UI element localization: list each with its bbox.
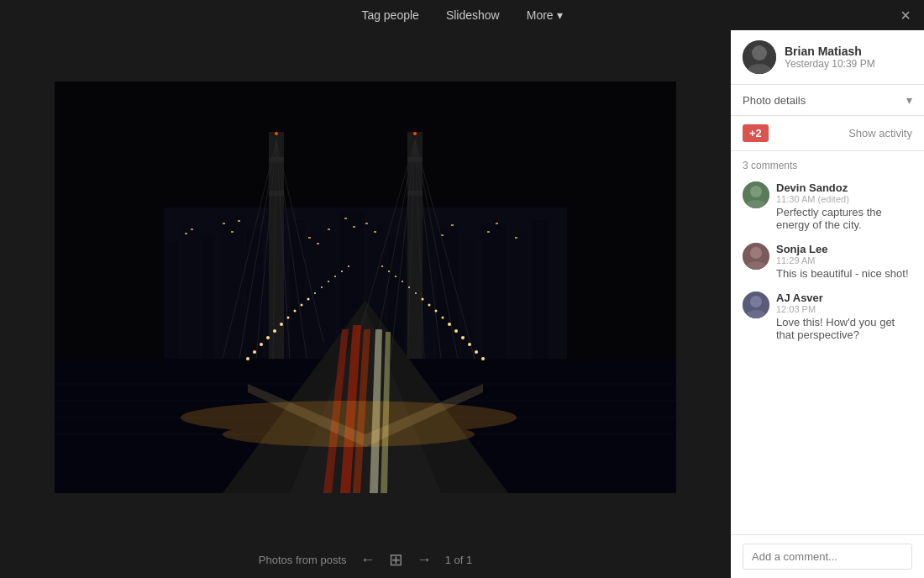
svg-rect-4 [202,237,214,359]
comment-time: 11:29 AM [776,255,909,265]
svg-rect-16 [481,224,507,359]
svg-point-89 [468,343,471,346]
post-time: Yesterday 10:39 PM [785,58,875,70]
commenter-avatar [743,243,769,270]
like-badge[interactable]: +2 [743,124,769,142]
svg-point-73 [260,343,263,346]
svg-point-97 [415,292,417,294]
svg-point-78 [294,310,297,313]
svg-rect-2 [164,241,179,359]
svg-point-115 [750,247,762,259]
comment-item: Devin Sandoz 11:30 AM (edited) Perfectly… [743,181,912,231]
comment-text: Love this! How'd you get that perspectiv… [776,316,912,341]
svg-rect-14 [437,229,458,359]
add-comment-area [731,534,924,578]
svg-rect-30 [374,231,376,233]
svg-point-118 [750,296,762,307]
svg-point-92 [448,323,451,326]
close-button[interactable]: × [900,7,911,24]
comment-body: AJ Asver 12:03 PM Love this! How'd you g… [776,292,912,341]
svg-point-100 [395,276,396,277]
svg-rect-37 [515,237,517,239]
tag-people-link[interactable]: Tag people [361,8,419,22]
svg-point-82 [321,286,323,288]
svg-point-79 [301,304,303,307]
top-bar: Tag people Slideshow More ▾ × [0,0,924,30]
reactions-row: +2 Show activity [731,116,924,151]
svg-point-77 [287,317,290,319]
photo-counter: 1 of 1 [445,554,473,566]
svg-rect-27 [344,218,347,219]
svg-rect-6 [246,229,263,359]
svg-point-87 [481,357,485,360]
svg-point-86 [348,265,349,267]
svg-rect-17 [510,233,528,359]
svg-point-93 [442,317,444,319]
svg-point-80 [307,298,310,301]
svg-point-102 [381,265,383,267]
user-info: Brian Matiash Yesterday 10:39 PM [785,45,875,70]
main-content: Photos from posts ← ⊞ → 1 of 1 Brian Mat… [0,30,924,578]
show-activity-button[interactable]: Show activity [848,127,912,139]
photo-navigation: Photos from posts ← ⊞ → 1 of 1 [0,549,731,570]
svg-point-72 [253,350,256,354]
svg-rect-26 [328,229,330,230]
photo-area: Photos from posts ← ⊞ → 1 of 1 [0,30,731,578]
svg-point-95 [428,304,431,307]
svg-rect-36 [496,223,498,224]
comment-body: Devin Sandoz 11:30 AM (edited) Perfectly… [776,181,912,231]
svg-point-94 [435,310,438,313]
svg-point-96 [422,298,424,301]
photo-details-label: Photo details [743,94,806,107]
svg-rect-18 [532,220,549,359]
svg-point-99 [402,281,403,282]
svg-rect-25 [317,243,319,244]
commenter-avatar [743,292,769,318]
comments-section: 3 comments Devin Sandoz 11:30 AM (edited… [731,151,924,534]
svg-rect-24 [308,237,311,239]
comment-text: This is beautiful - nice shot! [776,267,909,280]
comment-item: AJ Asver 12:03 PM Love this! How'd you g… [743,292,912,341]
add-comment-input[interactable] [743,544,912,570]
svg-rect-9 [307,233,336,359]
photo-image [55,81,676,493]
comment-author: Sonja Lee [776,243,909,255]
svg-point-88 [475,350,478,354]
svg-point-84 [334,276,336,277]
svg-rect-5 [218,216,244,359]
comments-count: 3 comments [743,160,912,171]
more-menu[interactable]: More ▾ [527,8,563,22]
next-photo-button[interactable]: → [417,551,432,569]
prev-photo-button[interactable]: ← [360,551,375,569]
grid-view-button[interactable]: ⊞ [389,549,403,570]
sidebar: Brian Matiash Yesterday 10:39 PM Photo d… [731,30,924,578]
photos-from-posts-label: Photos from posts [259,554,347,566]
comment-item: Sonja Lee 11:29 AM This is beautiful - n… [743,243,912,280]
more-chevron-icon: ▾ [557,8,563,22]
svg-point-83 [328,281,329,282]
svg-point-109 [752,45,767,60]
comment-author: Devin Sandoz [776,181,912,194]
comment-time: 11:30 AM (edited) [776,194,912,204]
slideshow-link[interactable]: Slideshow [446,8,500,22]
svg-rect-22 [231,231,234,233]
top-nav: Tag people Slideshow More ▾ [361,8,562,22]
svg-rect-29 [365,223,368,224]
user-name[interactable]: Brian Matiash [785,45,875,58]
svg-point-71 [246,357,249,360]
svg-point-101 [388,271,390,272]
commenter-avatar [743,181,769,208]
svg-point-98 [408,286,410,288]
svg-point-91 [454,329,458,333]
svg-point-81 [314,292,316,294]
svg-rect-35 [487,231,490,233]
svg-rect-3 [181,224,199,359]
photo-details-section[interactable]: Photo details ▾ [731,85,924,116]
svg-point-90 [461,336,465,339]
svg-point-103 [275,132,278,135]
comment-body: Sonja Lee 11:29 AM This is beautiful - n… [776,243,909,280]
svg-rect-28 [353,226,355,228]
svg-point-75 [273,329,276,333]
svg-point-104 [413,132,417,135]
svg-point-112 [750,186,762,197]
